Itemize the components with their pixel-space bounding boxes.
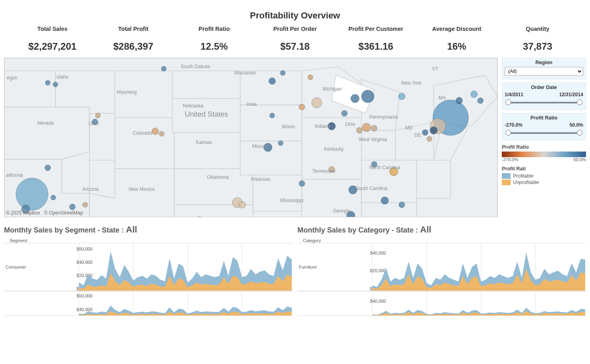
map-bubble[interactable] — [239, 201, 246, 208]
filter-title: Order Date — [505, 85, 583, 90]
kpi-value: 16% — [416, 41, 497, 52]
map-bubble[interactable] — [422, 129, 428, 135]
map-bubble[interactable] — [159, 131, 164, 136]
kpi-label: Quantity — [497, 26, 578, 32]
map-bubble[interactable] — [427, 136, 432, 142]
kpi-value: $57.18 — [255, 41, 335, 52]
chart-monthly-sales-segment: Monthly Sales by Segment - State : All S… — [4, 224, 293, 326]
facet-next[interactable]: $40,000 — [297, 291, 586, 316]
kpi-label: Profit Ratio — [174, 26, 255, 32]
profit-ratio-slider[interactable] — [508, 129, 580, 137]
map-bubble[interactable] — [308, 75, 313, 80]
kpi-value: $2,297,201 — [12, 41, 93, 52]
map-bubble[interactable] — [477, 98, 483, 104]
profit-ratio-to: 50.0% — [570, 122, 583, 128]
map-bubble[interactable] — [83, 202, 88, 207]
kpi-value: $286,397 — [93, 41, 174, 52]
map-bubble[interactable] — [312, 98, 322, 108]
kpi-value: $361.16 — [335, 41, 416, 52]
kpi-value: 12.5% — [174, 41, 255, 52]
order-date-from: 1/4/2011 — [505, 92, 523, 97]
map-bubble[interactable] — [356, 127, 362, 133]
map-bubble[interactable] — [362, 90, 374, 103]
facet-consumer[interactable]: Consumer $60,000 $40,000 $20,000 $0 — [4, 243, 293, 291]
map-bubble[interactable] — [390, 168, 398, 176]
map-bubble[interactable] — [45, 80, 51, 85]
legend-title: Profit Rati — [502, 166, 586, 172]
filter-order-date: Order Date 1/4/2011 12/31/2014 — [502, 83, 586, 110]
area-svg — [372, 243, 586, 291]
map-bubble[interactable] — [456, 97, 463, 104]
map-bubble[interactable] — [349, 186, 357, 194]
kpi-label: Total Profit — [93, 26, 174, 32]
kpi-quantity: Quantity 37,873 — [497, 26, 578, 52]
gradient-bar — [502, 152, 586, 157]
map-bubble[interactable] — [51, 195, 56, 200]
chart-title: Monthly Sales by Segment - State : All — [4, 224, 293, 235]
map-bubble[interactable] — [329, 166, 335, 172]
chart-title: Monthly Sales by Category - State : All — [297, 224, 586, 235]
kpi-row: Total Sales $2,297,201 Total Profit $286… — [0, 24, 590, 58]
area-chart[interactable] — [372, 243, 586, 291]
map-bubble[interactable] — [299, 104, 305, 110]
map-bubble[interactable] — [371, 162, 377, 168]
map-bubble[interactable] — [371, 125, 377, 131]
kpi-label: Total Sales — [12, 26, 93, 32]
map-bubble[interactable] — [299, 180, 305, 186]
facet-label: Consumer — [4, 265, 40, 269]
filter-title: Region — [505, 60, 583, 65]
map-bubble[interactable] — [270, 113, 275, 118]
map-bubble[interactable] — [264, 143, 272, 152]
map-bubble[interactable] — [278, 141, 283, 146]
slider-handle-right[interactable] — [577, 130, 582, 135]
map-bubble[interactable] — [16, 178, 48, 210]
swatch-icon — [502, 173, 511, 179]
facet-next[interactable]: $60,000 $40,000 — [4, 291, 293, 316]
map-bubble[interactable] — [430, 127, 437, 134]
kpi-label: Profit Per Customer — [335, 26, 416, 32]
map-bubble[interactable] — [152, 128, 159, 135]
gradient-min: -270.0% — [502, 157, 518, 162]
kpi-total-sales: Total Sales $2,297,201 — [12, 26, 93, 52]
map-view[interactable]: United States egonIdahoWyomingSouth Dako… — [4, 58, 498, 217]
map-bubble[interactable] — [269, 78, 276, 85]
filter-panel: Region (All) Order Date 1/4/2011 12/31/2… — [502, 58, 586, 217]
legend-profit-ratio-gradient: Profit Ratio -270.0% 50.0% — [502, 144, 586, 162]
map-bubble[interactable] — [328, 122, 335, 130]
kpi-total-profit: Total Profit $286,397 — [93, 26, 174, 52]
area-chart[interactable] — [372, 291, 586, 315]
map-bubble[interactable] — [280, 71, 285, 76]
chart-title-state: All — [420, 224, 431, 235]
map-bubble[interactable] — [69, 204, 75, 210]
legend-item-unprofitable[interactable]: Unprofitable — [502, 180, 586, 185]
map-bubble[interactable] — [92, 119, 98, 125]
axis-label: Segment — [10, 238, 293, 243]
slider-handle-left[interactable] — [505, 130, 511, 135]
profit-ratio-from: -270.0% — [505, 122, 523, 128]
map-bubble[interactable] — [161, 66, 166, 71]
map-bubble[interactable] — [95, 113, 101, 118]
legend-profit-categories: Profit Rati Profitable Unprofitable — [502, 165, 586, 185]
filter-region: Region (All) — [502, 58, 586, 79]
map-bubble[interactable] — [351, 94, 359, 103]
region-select[interactable]: (All) — [505, 67, 583, 76]
legend-title: Profit Ratio — [502, 144, 586, 150]
order-date-slider[interactable] — [508, 99, 580, 106]
legend-item-profitable[interactable]: Profitable — [502, 173, 586, 179]
kpi-profit-per-order: Profit Per Order $57.18 — [255, 26, 335, 52]
map-bubble[interactable] — [399, 202, 405, 208]
slider-handle-right[interactable] — [577, 99, 582, 105]
chart-monthly-sales-category: Monthly Sales by Category - State : All … — [297, 224, 586, 326]
filter-profit-ratio: Profit Ratio -270.0% 50.0% — [502, 113, 586, 140]
area-chart[interactable] — [78, 291, 293, 315]
map-bubble[interactable] — [45, 165, 51, 171]
slider-handle-left[interactable] — [505, 99, 511, 105]
map-bubble[interactable] — [381, 197, 388, 204]
map-bubble[interactable] — [362, 123, 371, 131]
map-bubble[interactable] — [471, 91, 477, 98]
map-bubble[interactable] — [341, 110, 348, 116]
map-bubble[interactable] — [53, 82, 58, 87]
facet-furniture[interactable]: Furniture $40,000 $20,000 $0 — [297, 243, 586, 291]
map-bubble[interactable] — [398, 93, 405, 100]
area-chart[interactable] — [78, 243, 293, 291]
